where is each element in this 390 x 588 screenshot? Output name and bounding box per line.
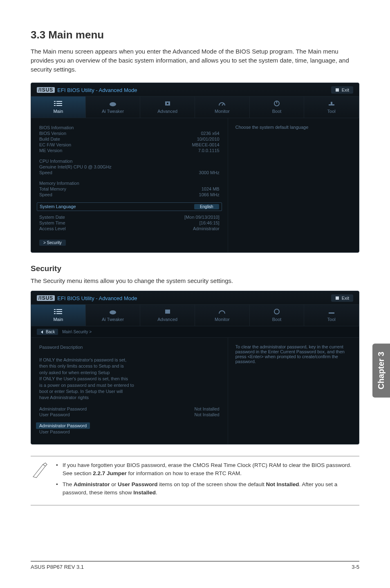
tab-main[interactable]: Main bbox=[31, 305, 86, 326]
tab-ai-tweaker[interactable]: Ai Tweaker bbox=[86, 97, 141, 118]
svg-rect-23 bbox=[165, 310, 170, 314]
svg-rect-0 bbox=[336, 88, 339, 92]
chip-icon bbox=[164, 308, 172, 315]
right-hint-main: Choose the system default language bbox=[235, 125, 352, 130]
svg-rect-19 bbox=[56, 311, 62, 312]
intro-text: The Main menu screen appears when you en… bbox=[31, 47, 359, 74]
list-icon bbox=[54, 100, 62, 107]
bios-info-h: BIOS Information bbox=[39, 125, 74, 130]
right-hint-security: To clear the administrator password, key… bbox=[235, 344, 352, 364]
footer-right: 3-5 bbox=[352, 564, 359, 570]
power-icon bbox=[273, 308, 281, 315]
footer: ASUS P8P67 REV 3.1 3-5 bbox=[31, 561, 359, 570]
svg-point-22 bbox=[110, 310, 116, 314]
user-password-item[interactable]: User Password bbox=[39, 429, 70, 434]
tab-boot[interactable]: Boot bbox=[250, 97, 305, 118]
svg-rect-2 bbox=[56, 101, 62, 102]
tab-tool[interactable]: Tool bbox=[304, 305, 359, 326]
footer-left: ASUS P8P67 REV 3.1 bbox=[31, 564, 84, 570]
admin-password-item[interactable]: Administrator Password bbox=[36, 422, 90, 429]
exit-button[interactable]: Exit bbox=[331, 294, 353, 302]
tab-main[interactable]: Main bbox=[31, 97, 86, 118]
svg-point-24 bbox=[274, 309, 279, 314]
exit-button[interactable]: Exit bbox=[331, 86, 353, 94]
svg-rect-1 bbox=[54, 101, 56, 102]
bios-security-panel: /ISUS EFI BIOS Utility - Advanced Mode E… bbox=[31, 291, 359, 444]
note-2: The Administrator or User Password items… bbox=[56, 480, 359, 496]
tab-advanced[interactable]: Advanced bbox=[140, 97, 195, 118]
bios-title: EFI BIOS Utility - Advanced Mode bbox=[57, 295, 137, 301]
gauge-icon bbox=[218, 100, 226, 107]
cpu-info-h: CPU Information bbox=[39, 159, 72, 164]
power-icon bbox=[273, 100, 281, 107]
bios-logo: /ISUS bbox=[37, 295, 55, 301]
svg-rect-5 bbox=[54, 105, 56, 106]
tool-icon bbox=[327, 100, 336, 107]
pwd-desc-title: Password Description bbox=[39, 344, 220, 350]
tab-monitor[interactable]: Monitor bbox=[195, 305, 250, 326]
exit-icon bbox=[335, 296, 339, 300]
cloud-icon bbox=[109, 100, 117, 107]
svg-line-10 bbox=[222, 103, 224, 105]
security-intro: The Security menu items allow you to cha… bbox=[31, 277, 359, 284]
tab-ai-tweaker[interactable]: Ai Tweaker bbox=[86, 305, 141, 326]
svg-rect-17 bbox=[56, 309, 62, 310]
svg-rect-25 bbox=[329, 312, 334, 314]
note-1: If you have forgotten your BIOS password… bbox=[56, 461, 359, 477]
svg-rect-6 bbox=[56, 105, 62, 106]
gauge-icon bbox=[218, 308, 226, 315]
tab-boot[interactable]: Boot bbox=[250, 305, 305, 326]
tab-advanced[interactable]: Advanced bbox=[140, 305, 195, 326]
back-button[interactable]: Back bbox=[37, 329, 58, 335]
bios-main-panel: /ISUS EFI BIOS Utility - Advanced Mode E… bbox=[31, 83, 359, 253]
svg-rect-13 bbox=[329, 104, 334, 105]
bios-logo: /ISUS bbox=[37, 87, 55, 93]
note-box: If you have forgotten your BIOS password… bbox=[31, 456, 359, 505]
tab-tool[interactable]: Tool bbox=[304, 97, 359, 118]
tool-icon bbox=[327, 308, 336, 315]
breadcrumb: Back Main\ Security > bbox=[31, 326, 359, 338]
svg-point-7 bbox=[110, 102, 116, 106]
svg-rect-4 bbox=[56, 103, 62, 104]
svg-rect-14 bbox=[331, 102, 332, 104]
svg-rect-20 bbox=[54, 313, 56, 314]
chapter-tab: Chapter 3 bbox=[372, 343, 390, 397]
svg-rect-15 bbox=[336, 296, 339, 300]
exit-icon bbox=[335, 88, 339, 92]
bios-title: EFI BIOS Utility - Advanced Mode bbox=[57, 87, 137, 93]
mem-info-h: Memory Information bbox=[39, 181, 79, 186]
security-heading: Security bbox=[31, 264, 359, 273]
list-icon bbox=[54, 308, 62, 315]
note-icon bbox=[31, 461, 49, 500]
exit-label: Exit bbox=[342, 88, 349, 92]
cloud-icon bbox=[109, 308, 117, 315]
page-heading: 3.3 Main menu bbox=[31, 29, 359, 41]
svg-rect-16 bbox=[54, 309, 56, 310]
breadcrumb-path: Main\ Security > bbox=[62, 330, 92, 334]
security-submenu[interactable]: > Security bbox=[39, 240, 66, 246]
tab-monitor[interactable]: Monitor bbox=[195, 97, 250, 118]
svg-rect-18 bbox=[54, 311, 56, 312]
chip-icon bbox=[164, 100, 172, 107]
svg-rect-9 bbox=[167, 103, 168, 104]
back-arrow-icon bbox=[40, 330, 44, 334]
svg-rect-21 bbox=[56, 313, 62, 314]
system-language-row[interactable]: System Language English bbox=[37, 202, 222, 211]
svg-rect-3 bbox=[54, 103, 56, 104]
